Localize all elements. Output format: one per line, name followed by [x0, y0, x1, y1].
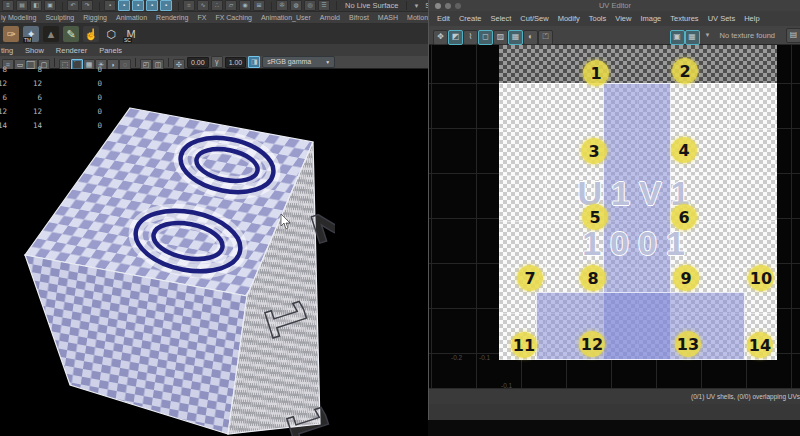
no-texture-label: No texture found — [720, 31, 775, 40]
gamma-field[interactable]: 1.00 — [225, 57, 247, 68]
uv-menu-cutsew[interactable]: Cut/Sew — [520, 14, 548, 23]
shelf-tab[interactable]: Rigging — [83, 14, 107, 21]
hud-value: 0 — [80, 63, 102, 77]
snap-point-icon[interactable]: ∴ — [211, 0, 223, 11]
uv-menu-select[interactable]: Select — [490, 14, 511, 23]
viewport-toolbar: ⌗▭⃞▢⬚⬛▦☀◗◌◰◫✣ 0.00 γ 1.00 ◨ sRGB gamma ▼ — [0, 56, 428, 69]
uv-menu-help[interactable]: Help — [744, 14, 759, 23]
snap-grid-icon[interactable]: ⌗ — [183, 0, 195, 11]
hud-value: 8 — [18, 63, 42, 77]
hud-value: 12 — [0, 77, 7, 91]
pick-hand-shelf-icon[interactable]: ☝ — [83, 26, 99, 42]
separator — [62, 2, 63, 11]
undo-icon[interactable]: ↶ — [67, 0, 79, 11]
shelf-tab[interactable]: Bifrost — [349, 14, 369, 21]
uv-menu-view[interactable]: View — [615, 14, 631, 23]
shelf-tab[interactable]: MASH — [378, 14, 398, 21]
separator — [336, 1, 337, 10]
history-icon[interactable]: ✇ — [276, 0, 288, 11]
chevron-down-icon[interactable]: ▼ — [705, 32, 711, 38]
uv-marker-1: 1 — [583, 60, 609, 86]
snap-curve-icon[interactable]: ∿ — [197, 0, 209, 11]
new-scene-icon[interactable]: ▤ — [16, 0, 28, 11]
hud-value: 0 — [80, 77, 102, 91]
uv-menubar: EditCreateSelectCut/SewModifyToolsViewIm… — [429, 11, 800, 26]
ipr-render-icon[interactable]: ◎ — [304, 0, 316, 11]
uv-marker-3: 3 — [581, 138, 607, 164]
save-scene-icon[interactable]: ▣ — [44, 0, 56, 11]
uv-marker-12: 12 — [579, 331, 605, 357]
uv-distortion-icon[interactable]: ▨ — [493, 30, 508, 45]
uv-menu-textures[interactable]: Textures — [670, 14, 698, 23]
shelf-tab[interactable]: FX — [197, 14, 206, 21]
sew-uv-icon[interactable]: ⌇ — [463, 30, 478, 45]
view-transform-icon[interactable]: ◨ — [248, 56, 260, 68]
hud-value: 8 — [0, 63, 7, 77]
uv-toolbar-left-icons: ✥◩⌇◻▨▦◐⏍ — [433, 25, 553, 45]
asset-select-icon[interactable]: ▪ — [146, 0, 158, 11]
paint-hand-shelf-icon[interactable]: ✑ — [3, 26, 19, 42]
uv-menu-uvsets[interactable]: UV Sets — [708, 14, 736, 23]
snap-plane-icon[interactable]: ▱ — [225, 0, 237, 11]
uv-marker-13: 13 — [675, 331, 701, 357]
move-uv-icon[interactable]: ✥ — [433, 30, 448, 45]
view-transform-dropdown[interactable]: sRGB gamma ▼ — [262, 56, 335, 68]
select-component-icon[interactable]: ▪ — [132, 0, 144, 11]
udim-uv-label: U1V1 — [499, 174, 777, 213]
chevron-down-icon: ▼ — [325, 57, 330, 67]
shelf-tab[interactable]: Animation_User — [261, 14, 311, 21]
uv-menu-create[interactable]: Create — [459, 14, 482, 23]
menu-lines-icon[interactable]: ≡ — [2, 0, 14, 11]
separator — [178, 2, 179, 11]
open-scene-icon[interactable]: ◧ — [30, 0, 42, 11]
uv-menu-tools[interactable]: Tools — [589, 14, 607, 23]
mouse-cursor — [280, 214, 292, 230]
uv-marker-5: 5 — [582, 204, 608, 230]
tm-shelf-icon[interactable]: ✦TM — [23, 26, 39, 42]
display-image-toggle-icon[interactable]: ▣ — [670, 30, 685, 45]
wire-cube-shelf-icon[interactable]: ⬡ — [103, 26, 119, 42]
edit-pencil-shelf-icon[interactable]: ✎ — [63, 26, 79, 42]
checker-display-icon[interactable]: ▦ — [508, 30, 523, 45]
select-object-icon[interactable]: ▪ — [118, 0, 130, 11]
mash-sc-shelf-icon[interactable]: MSC — [123, 26, 139, 42]
shelf-tab[interactable]: ly Modeling — [1, 14, 36, 21]
uv-canvas[interactable]: U1V1 1001 1234567891011121314 -0.2-0.1-0… — [429, 45, 800, 388]
uv-marker-14: 14 — [747, 332, 773, 358]
uv-marker-6: 6 — [671, 204, 697, 230]
render-settings-icon[interactable]: ☰ — [318, 0, 330, 11]
dim-image-icon[interactable]: ◐ — [523, 30, 538, 45]
texture-borders-icon[interactable]: ◻ — [478, 30, 493, 45]
uv-menu-edit[interactable]: Edit — [437, 14, 450, 23]
shelf-tab[interactable]: Sculpting — [45, 14, 74, 21]
photo-shelf-icon[interactable]: ▲ — [43, 26, 59, 42]
uv-shell-horizontal-strip[interactable] — [536, 292, 745, 360]
redo-icon[interactable]: ↷ — [81, 0, 93, 11]
separator — [54, 58, 55, 67]
exposure-field[interactable]: 0.00 — [187, 57, 209, 68]
uv-menu-image[interactable]: Image — [640, 14, 661, 23]
shelf-tab[interactable]: FX Caching — [215, 14, 252, 21]
uv-menu-modify[interactable]: Modify — [558, 14, 580, 23]
uv-marker-11: 11 — [511, 332, 537, 358]
texture-checker-toggle-icon[interactable]: ▦ — [685, 30, 700, 45]
uv-marker-4: 4 — [671, 137, 697, 163]
shaded-uv-display-icon[interactable]: ◩ — [448, 30, 463, 45]
render-icon[interactable]: ◍ — [290, 0, 302, 11]
clipped-toolbar-icon[interactable]: ▤ — [786, 28, 800, 43]
separator — [168, 58, 169, 67]
select-hierarchy-icon[interactable]: ▪ — [104, 0, 116, 11]
uv-snapshot-icon[interactable]: ⏍ — [538, 30, 553, 45]
window-background — [428, 420, 800, 436]
shelf-tab[interactable]: Animation — [116, 14, 147, 21]
textured-cube-mesh[interactable]: 2 1 1 — [5, 95, 335, 436]
caret-down-icon[interactable]: ▼ — [413, 3, 419, 9]
anim-layer-icon[interactable]: ▪ — [160, 0, 172, 11]
gamma-icon[interactable]: γ — [211, 56, 223, 68]
make-live-icon[interactable]: ◉ — [239, 0, 251, 11]
uv-editor-window: UV Editor EditCreateSelectCut/SewModifyT… — [428, 0, 800, 420]
shelf-tab[interactable]: Arnold — [320, 14, 340, 21]
shelf-tab[interactable]: Rendering — [156, 14, 188, 21]
snap-view-icon[interactable]: ⊞ — [253, 0, 265, 11]
uv-window-title: UV Editor — [429, 1, 800, 10]
